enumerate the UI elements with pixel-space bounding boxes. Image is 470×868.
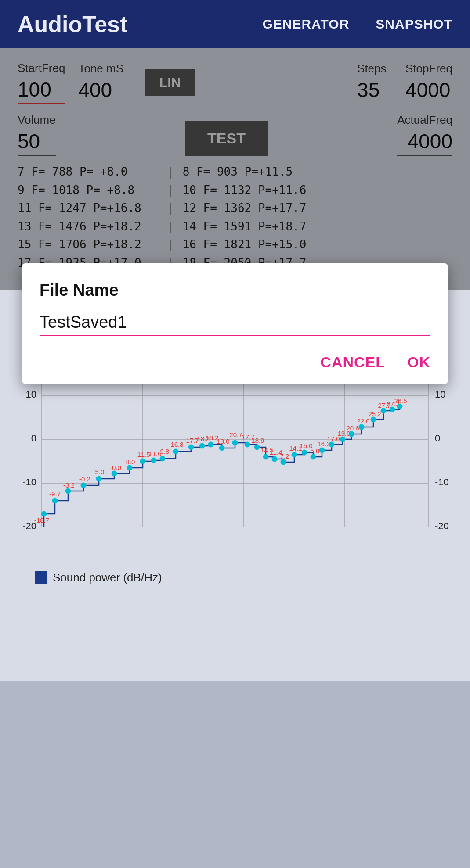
svg-point-58 — [65, 488, 71, 494]
svg-point-72 — [245, 442, 250, 447]
ok-button[interactable]: OK — [407, 354, 430, 371]
svg-text:-3.2: -3.2 — [63, 481, 75, 489]
svg-text:8.0: 8.0 — [126, 458, 135, 466]
app-title: AudioTest — [18, 11, 262, 37]
svg-point-81 — [329, 442, 334, 447]
cancel-button[interactable]: CANCEL — [320, 354, 385, 371]
svg-text:25.2: 25.2 — [368, 410, 381, 418]
svg-text:20.7: 20.7 — [229, 431, 242, 438]
svg-text:7.2: 7.2 — [280, 452, 289, 460]
svg-text:-20: -20 — [435, 520, 449, 531]
svg-text:0: 0 — [31, 433, 36, 444]
svg-point-68 — [199, 443, 205, 448]
svg-point-56 — [41, 511, 47, 516]
svg-text:5.0: 5.0 — [311, 447, 320, 455]
svg-text:20.6: 20.6 — [346, 424, 359, 432]
svg-point-60 — [96, 476, 101, 481]
svg-point-61 — [112, 471, 117, 476]
svg-point-64 — [151, 458, 156, 463]
svg-text:11.6: 11.6 — [148, 450, 161, 457]
svg-text:11.5: 11.5 — [137, 451, 150, 458]
svg-point-87 — [390, 407, 395, 412]
svg-point-66 — [173, 449, 178, 454]
nav-snapshot[interactable]: SNAPSHOT — [376, 17, 452, 32]
svg-point-88 — [397, 404, 402, 409]
svg-point-76 — [281, 459, 286, 465]
svg-point-67 — [188, 445, 194, 450]
svg-text:-0.0: -0.0 — [110, 464, 121, 471]
svg-text:10: 10 — [26, 389, 36, 400]
svg-point-69 — [208, 442, 213, 447]
svg-text:-9.7: -9.7 — [49, 490, 61, 498]
header-nav: GENERATOR SNAPSHOT — [262, 17, 452, 32]
nav-generator[interactable]: GENERATOR — [262, 17, 349, 32]
svg-text:16.8: 16.8 — [170, 441, 183, 448]
svg-text:10: 10 — [435, 389, 445, 400]
svg-point-59 — [81, 483, 86, 488]
svg-point-73 — [254, 445, 260, 450]
svg-point-83 — [349, 431, 354, 437]
svg-text:-18.7: -18.7 — [34, 516, 49, 524]
legend-color-box — [35, 571, 47, 584]
svg-point-80 — [319, 448, 325, 453]
svg-text:18.9: 18.9 — [251, 437, 264, 444]
svg-point-78 — [302, 450, 307, 455]
svg-text:-10: -10 — [22, 477, 36, 488]
svg-point-82 — [340, 437, 345, 442]
svg-text:26.5: 26.5 — [394, 397, 407, 405]
svg-text:9.8: 9.8 — [160, 448, 170, 455]
svg-point-85 — [371, 417, 376, 422]
chart-legend: Sound power (dB/Hz) — [18, 571, 452, 585]
svg-point-63 — [140, 459, 145, 464]
svg-text:13.0: 13.0 — [217, 438, 229, 445]
legend-label: Sound power (dB/Hz) — [53, 571, 162, 585]
dialog-title: File Name — [40, 281, 430, 300]
svg-point-71 — [232, 440, 238, 445]
svg-point-57 — [52, 498, 58, 503]
svg-point-70 — [219, 445, 224, 451]
svg-text:22.0: 22.0 — [357, 417, 369, 425]
svg-point-62 — [127, 465, 132, 470]
svg-point-84 — [359, 424, 364, 430]
file-name-dialog: File Name CANCEL OK — [22, 263, 448, 384]
svg-text:-0.2: -0.2 — [79, 475, 90, 483]
svg-point-86 — [381, 408, 386, 413]
app-header: AudioTest GENERATOR SNAPSHOT — [0, 0, 470, 48]
bottom-spacer — [0, 593, 470, 681]
svg-point-74 — [263, 454, 268, 459]
file-name-input[interactable] — [40, 313, 430, 335]
svg-point-75 — [272, 456, 277, 462]
dialog-input-row — [40, 313, 430, 336]
svg-text:-10: -10 — [435, 477, 449, 488]
modal-overlay — [0, 48, 470, 290]
svg-point-77 — [292, 452, 297, 457]
svg-point-79 — [311, 454, 316, 459]
svg-point-65 — [160, 456, 165, 461]
main-content: StartFreq 100 Tone mS 400 LIN Steps 35 S… — [0, 48, 470, 290]
svg-text:0: 0 — [435, 433, 440, 444]
dialog-buttons: CANCEL OK — [40, 354, 430, 371]
svg-text:5.0: 5.0 — [95, 468, 105, 476]
